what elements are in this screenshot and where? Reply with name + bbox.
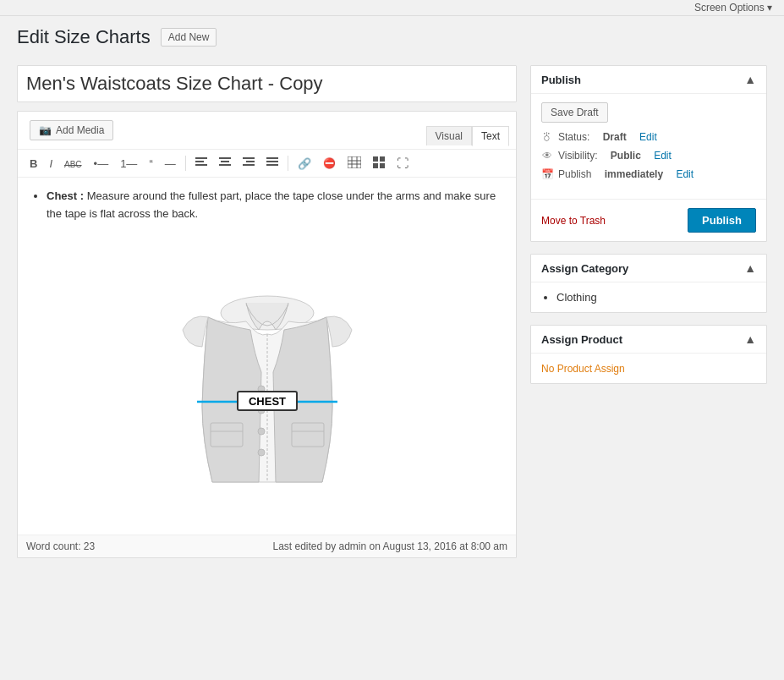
category-label: Clothing bbox=[556, 291, 597, 304]
svg-point-26 bbox=[258, 449, 265, 456]
calendar-icon: 📅 bbox=[541, 168, 553, 180]
assign-product-panel-body: No Product Assign bbox=[531, 354, 766, 383]
publish-label: Publish bbox=[558, 168, 591, 180]
justify-button[interactable] bbox=[261, 154, 283, 173]
publish-timing-edit-link[interactable]: Edit bbox=[676, 168, 694, 180]
visibility-label: Visibility: bbox=[558, 150, 597, 162]
assign-product-toggle-icon: ▲ bbox=[744, 332, 756, 346]
toolbar-separator-2 bbox=[288, 156, 288, 171]
svg-rect-12 bbox=[348, 156, 361, 168]
svg-rect-20 bbox=[380, 163, 385, 168]
link-button[interactable]: 🔗 bbox=[293, 155, 316, 173]
main-layout: 📷 Add Media Visual Text B I ABC •— 1— “ … bbox=[0, 57, 784, 575]
svg-rect-4 bbox=[221, 161, 229, 162]
category-item-clothing: Clothing bbox=[556, 291, 756, 304]
tab-visual[interactable]: Visual bbox=[426, 126, 472, 145]
editor-area: 📷 Add Media Visual Text B I ABC •— 1— “ … bbox=[17, 111, 517, 558]
ordered-list-button[interactable]: 1— bbox=[115, 155, 142, 173]
svg-rect-7 bbox=[246, 161, 255, 162]
assign-category-panel: Assign Category ▲ Clothing bbox=[530, 254, 767, 313]
publish-button[interactable]: Publish bbox=[688, 208, 756, 233]
publish-panel-toggle-icon: ▲ bbox=[744, 73, 756, 86]
editor-content[interactable]: Chest : Measure around the fullest part,… bbox=[18, 178, 516, 535]
svg-text:CHEST: CHEST bbox=[248, 395, 285, 408]
align-right-button[interactable] bbox=[238, 154, 260, 173]
tab-text[interactable]: Text bbox=[472, 126, 509, 146]
assign-category-toggle-icon: ▲ bbox=[744, 261, 756, 275]
page-header: Edit Size Charts Add New bbox=[0, 16, 784, 57]
svg-rect-0 bbox=[195, 157, 207, 159]
publish-timing: immediately bbox=[605, 168, 663, 180]
blockquote-button[interactable]: “ bbox=[144, 155, 157, 173]
post-title-input[interactable] bbox=[17, 65, 517, 102]
bold-button[interactable]: B bbox=[25, 155, 42, 173]
chest-diagram-svg: CHEST bbox=[153, 237, 381, 507]
status-edit-link[interactable]: Edit bbox=[639, 131, 657, 143]
visibility-icon: 👁 bbox=[541, 150, 553, 162]
editor-toolbar: B I ABC •— 1— “ — bbox=[18, 150, 516, 178]
assign-product-panel: Assign Product ▲ No Product Assign bbox=[530, 325, 767, 384]
status-icon: ⛣ bbox=[541, 131, 553, 143]
sidebar-column: Publish ▲ Save Draft ⛣ Status: Draft Edi… bbox=[530, 65, 767, 558]
publish-timing-row: 📅 Publish immediately Edit bbox=[541, 168, 756, 180]
add-media-icon: 📷 bbox=[39, 124, 52, 136]
status-value: Draft bbox=[603, 131, 627, 143]
svg-rect-9 bbox=[266, 157, 278, 159]
svg-rect-11 bbox=[266, 164, 278, 166]
no-product-text: No Product Assign bbox=[541, 359, 625, 378]
horizontal-rule-button[interactable]: — bbox=[160, 155, 181, 173]
italic-button[interactable]: I bbox=[44, 155, 58, 173]
publish-panel-actions: Move to Trash Publish bbox=[531, 199, 766, 241]
toolbar-separator-1 bbox=[185, 156, 186, 171]
chest-diagram-container: CHEST bbox=[30, 228, 504, 524]
svg-rect-19 bbox=[373, 163, 378, 168]
align-left-button[interactable] bbox=[190, 154, 212, 173]
svg-rect-3 bbox=[219, 157, 231, 159]
move-trash-link[interactable]: Move to Trash bbox=[541, 215, 606, 227]
publish-panel-body: Save Draft ⛣ Status: Draft Edit 👁 Visibi… bbox=[531, 94, 766, 195]
category-list: Clothing bbox=[541, 291, 756, 304]
word-count: Word count: 23 bbox=[26, 540, 95, 552]
unlink-button[interactable]: ⛔ bbox=[318, 155, 341, 172]
svg-point-25 bbox=[258, 428, 265, 435]
grid-button[interactable] bbox=[368, 153, 390, 173]
status-row: ⛣ Status: Draft Edit bbox=[541, 131, 756, 143]
svg-rect-18 bbox=[380, 156, 385, 162]
last-edited: Last edited by admin on August 13, 2016 … bbox=[272, 540, 507, 552]
media-tab-row: 📷 Add Media Visual Text bbox=[18, 112, 516, 150]
table-button[interactable] bbox=[343, 153, 366, 173]
save-draft-button[interactable]: Save Draft bbox=[541, 102, 608, 123]
screen-options-label: Screen Options bbox=[694, 2, 765, 14]
visibility-row: 👁 Visibility: Public Edit bbox=[541, 150, 756, 162]
strikethrough-button[interactable]: ABC bbox=[59, 155, 87, 173]
editor-footer: Word count: 23 Last edited by admin on A… bbox=[18, 535, 516, 557]
publish-panel-title: Publish bbox=[541, 74, 581, 86]
bullet-text: Measure around the fullest part, place t… bbox=[47, 189, 496, 220]
publish-panel: Publish ▲ Save Draft ⛣ Status: Draft Edi… bbox=[530, 65, 767, 242]
add-media-label: Add Media bbox=[56, 124, 104, 136]
svg-rect-6 bbox=[243, 157, 255, 159]
fullscreen-button[interactable]: ⛶ bbox=[392, 154, 414, 173]
align-center-button[interactable] bbox=[214, 154, 236, 173]
svg-rect-17 bbox=[373, 156, 378, 162]
visibility-edit-link[interactable]: Edit bbox=[654, 150, 672, 162]
svg-rect-1 bbox=[195, 161, 204, 162]
add-new-button[interactable]: Add New bbox=[161, 28, 217, 47]
status-label: Status: bbox=[558, 131, 589, 143]
svg-rect-5 bbox=[219, 164, 231, 166]
unordered-list-button[interactable]: •— bbox=[89, 155, 114, 173]
add-media-button[interactable]: 📷 Add Media bbox=[30, 120, 113, 140]
svg-rect-8 bbox=[243, 164, 255, 166]
publish-panel-header[interactable]: Publish ▲ bbox=[531, 66, 766, 94]
assign-product-panel-title: Assign Product bbox=[541, 333, 622, 346]
page-title: Edit Size Charts bbox=[17, 26, 151, 48]
editor-tab-bar: Visual Text bbox=[426, 126, 509, 145]
visibility-value: Public bbox=[611, 150, 641, 162]
assign-category-panel-title: Assign Category bbox=[541, 262, 628, 275]
assign-category-panel-header[interactable]: Assign Category ▲ bbox=[531, 255, 766, 282]
editor-column: 📷 Add Media Visual Text B I ABC •— 1— “ … bbox=[17, 65, 517, 558]
assign-product-panel-header[interactable]: Assign Product ▲ bbox=[531, 326, 766, 354]
bullet-bold-text: Chest : bbox=[47, 189, 84, 202]
screen-options-button[interactable]: Screen Options ▾ bbox=[691, 2, 776, 14]
svg-rect-2 bbox=[195, 164, 207, 166]
